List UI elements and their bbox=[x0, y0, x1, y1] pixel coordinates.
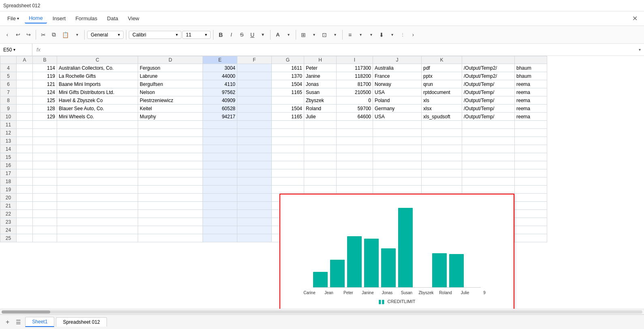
row-number-cell[interactable]: 23 bbox=[0, 218, 17, 226]
table-cell[interactable]: La Rochelle Gifts bbox=[57, 72, 138, 80]
row-number-cell[interactable]: 21 bbox=[0, 202, 17, 210]
table-cell[interactable]: 0 bbox=[337, 96, 373, 105]
table-cell[interactable]: 119 bbox=[33, 72, 57, 80]
copy-button[interactable]: ⧉ bbox=[49, 30, 59, 40]
table-cell[interactable]: Germany bbox=[373, 105, 422, 113]
tab-sheet1[interactable]: Sheet1 bbox=[25, 317, 54, 327]
indent-arrow[interactable]: ▾ bbox=[387, 31, 397, 38]
row-number-cell[interactable]: 10 bbox=[0, 113, 17, 121]
menu-data[interactable]: Data bbox=[103, 14, 122, 23]
table-cell[interactable]: 1165 bbox=[272, 113, 304, 121]
font-dropdown[interactable]: Calibri ▾ bbox=[129, 31, 181, 39]
table-cell[interactable] bbox=[33, 186, 57, 194]
table-cell[interactable] bbox=[203, 202, 237, 210]
table-cell[interactable] bbox=[17, 210, 33, 218]
table-cell[interactable] bbox=[272, 96, 304, 105]
table-cell[interactable] bbox=[138, 129, 203, 137]
table-cell[interactable]: /Output/Temp2/ bbox=[462, 64, 515, 72]
table-cell[interactable]: Nelson bbox=[138, 88, 203, 96]
table-cell[interactable] bbox=[17, 226, 33, 234]
table-cell[interactable] bbox=[337, 129, 373, 137]
table-cell[interactable] bbox=[304, 186, 337, 194]
table-cell[interactable] bbox=[33, 121, 57, 129]
table-cell[interactable]: Janine bbox=[304, 72, 337, 80]
table-cell[interactable] bbox=[138, 202, 203, 210]
table-cell[interactable]: 60528 bbox=[203, 105, 237, 113]
forward-button[interactable]: › bbox=[408, 30, 418, 39]
table-cell[interactable] bbox=[462, 169, 515, 177]
table-cell[interactable]: qrun bbox=[422, 80, 462, 88]
col-header-k[interactable]: K bbox=[422, 56, 462, 64]
borders-arrow[interactable]: ▾ bbox=[309, 31, 319, 38]
table-cell[interactable] bbox=[304, 169, 337, 177]
table-cell[interactable] bbox=[422, 177, 462, 186]
table-cell[interactable] bbox=[237, 177, 272, 186]
table-cell[interactable] bbox=[373, 129, 422, 137]
table-cell[interactable]: USA bbox=[373, 88, 422, 96]
table-cell[interactable] bbox=[515, 234, 547, 242]
table-cell[interactable] bbox=[237, 169, 272, 177]
table-cell[interactable]: Jonas bbox=[304, 80, 337, 88]
table-cell[interactable]: 128 bbox=[33, 105, 57, 113]
table-cell[interactable]: Susan bbox=[304, 88, 337, 96]
table-cell[interactable] bbox=[33, 169, 57, 177]
undo-button[interactable]: ↩ bbox=[13, 30, 23, 39]
row-number-cell[interactable]: 24 bbox=[0, 226, 17, 234]
table-cell[interactable]: USA bbox=[373, 113, 422, 121]
table-cell[interactable] bbox=[138, 226, 203, 234]
font-color-arrow[interactable]: ▼ bbox=[258, 31, 268, 38]
table-cell[interactable] bbox=[337, 121, 373, 129]
merge-button[interactable]: ⊡ bbox=[320, 30, 329, 40]
tab-spreadsheet012[interactable]: Spreadsheet 012 bbox=[56, 317, 107, 327]
align-left-button[interactable]: ≡ bbox=[345, 30, 355, 40]
table-cell[interactable] bbox=[17, 105, 33, 113]
table-cell[interactable] bbox=[237, 210, 272, 218]
table-cell[interactable]: /Output/Temp/ bbox=[462, 105, 515, 113]
table-cell[interactable]: 97562 bbox=[203, 88, 237, 96]
table-cell[interactable] bbox=[515, 210, 547, 218]
row-number-cell[interactable]: 7 bbox=[0, 88, 17, 96]
table-cell[interactable]: Roland bbox=[304, 105, 337, 113]
redo-button[interactable]: ↪ bbox=[23, 30, 33, 39]
table-cell[interactable]: France bbox=[373, 72, 422, 80]
table-cell[interactable] bbox=[57, 145, 138, 153]
row-number-cell[interactable]: 25 bbox=[0, 234, 17, 242]
cell-reference[interactable]: E50 ▾ bbox=[0, 44, 32, 56]
table-cell[interactable] bbox=[203, 218, 237, 226]
table-row[interactable]: 11 bbox=[0, 121, 547, 129]
align-arrow[interactable]: ▾ bbox=[356, 31, 365, 38]
borders-button[interactable]: ⊞ bbox=[299, 30, 308, 40]
table-cell[interactable]: 1370 bbox=[272, 72, 304, 80]
table-cell[interactable] bbox=[203, 161, 237, 169]
table-cell[interactable]: Julie bbox=[304, 113, 337, 121]
table-cell[interactable] bbox=[138, 137, 203, 145]
col-header-c[interactable]: C bbox=[57, 56, 138, 64]
col-header-a[interactable]: A bbox=[17, 56, 33, 64]
table-cell[interactable] bbox=[57, 129, 138, 137]
table-cell[interactable] bbox=[515, 169, 547, 177]
table-row[interactable]: 7124Mini Gifts Distributors Ltd.Nelson97… bbox=[0, 88, 547, 96]
bar-roland[interactable] bbox=[432, 253, 447, 287]
table-cell[interactable] bbox=[138, 177, 203, 186]
table-cell[interactable] bbox=[462, 121, 515, 129]
table-row[interactable]: 4114Australian Collectors, Co.Ferguson30… bbox=[0, 64, 547, 72]
table-cell[interactable] bbox=[138, 234, 203, 242]
table-cell[interactable] bbox=[17, 186, 33, 194]
table-cell[interactable]: Zbyszek bbox=[304, 96, 337, 105]
table-cell[interactable]: 4110 bbox=[203, 80, 237, 88]
table-cell[interactable]: 124 bbox=[33, 88, 57, 96]
row-number-cell[interactable]: 18 bbox=[0, 177, 17, 186]
table-cell[interactable]: /Output/Temp/ bbox=[462, 113, 515, 121]
table-cell[interactable]: Australia bbox=[373, 64, 422, 72]
row-number-cell[interactable]: 15 bbox=[0, 153, 17, 161]
table-cell[interactable] bbox=[462, 145, 515, 153]
row-number-cell[interactable]: 17 bbox=[0, 169, 17, 177]
table-cell[interactable] bbox=[373, 169, 422, 177]
underline-button[interactable]: U bbox=[247, 30, 257, 40]
bold-button[interactable]: B bbox=[216, 30, 226, 40]
menu-view[interactable]: View bbox=[124, 14, 143, 23]
scroll-track[interactable] bbox=[2, 310, 642, 314]
table-cell[interactable]: Ferguson bbox=[138, 64, 203, 72]
col-header-f[interactable]: F bbox=[237, 56, 272, 64]
table-cell[interactable] bbox=[17, 137, 33, 145]
